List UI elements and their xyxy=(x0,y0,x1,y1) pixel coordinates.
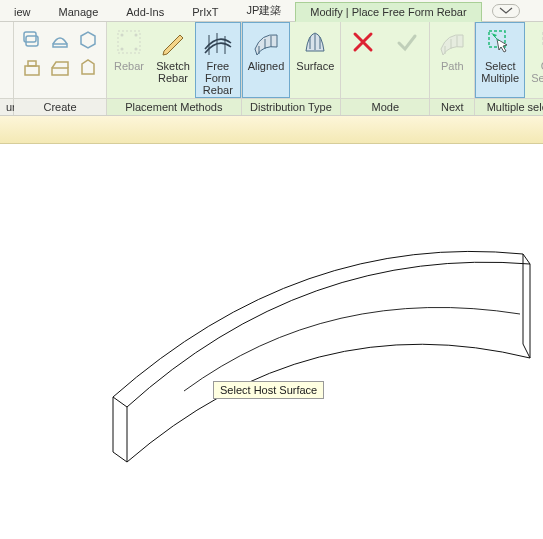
path-icon xyxy=(436,26,468,58)
svg-point-8 xyxy=(135,34,138,37)
aligned-icon xyxy=(250,26,282,58)
panel-placement-methods: Rebar Sketch Rebar Free Form Rebar Place… xyxy=(107,22,242,115)
rebar-label: Rebar xyxy=(114,60,144,72)
model-geometry xyxy=(0,144,543,539)
tab-manage[interactable]: Manage xyxy=(45,3,113,21)
rebar-icon xyxy=(113,26,145,58)
tab-view[interactable]: iew xyxy=(0,3,45,21)
select-multiple-button[interactable]: Select Multiple xyxy=(475,22,525,98)
svg-rect-4 xyxy=(28,61,36,66)
panel-partial-left: ure xyxy=(0,22,14,115)
free-form-rebar-label: Free Form Rebar xyxy=(201,60,235,96)
panel-title-partial: ure xyxy=(0,98,13,115)
model-canvas[interactable]: Select Host Surface xyxy=(0,144,543,539)
select-multiple-label: Select Multiple xyxy=(481,60,519,84)
panel-distribution-type: Aligned Surface Distribution Type xyxy=(242,22,342,115)
panel-title-placement: Placement Methods xyxy=(107,98,241,115)
tab-addins[interactable]: Add-Ins xyxy=(112,3,178,21)
create-tool-3[interactable] xyxy=(76,28,100,52)
aligned-label: Aligned xyxy=(248,60,285,72)
panel-next: Path Next xyxy=(430,22,475,115)
finish-button xyxy=(385,22,429,98)
select-multiple-icon xyxy=(484,26,516,58)
aligned-button[interactable]: Aligned xyxy=(242,22,291,98)
create-tool-4[interactable] xyxy=(20,56,44,80)
clear-selection-icon xyxy=(538,26,543,58)
svg-rect-2 xyxy=(53,44,67,47)
check-icon xyxy=(391,26,423,58)
svg-point-10 xyxy=(135,48,138,51)
panel-title-create: Create xyxy=(14,98,106,115)
create-tool-1[interactable] xyxy=(20,28,44,52)
panel-title-multiple: Multiple selection xyxy=(475,98,543,115)
tab-modify-place-free-form-rebar[interactable]: Modify | Place Free Form Rebar xyxy=(295,2,481,22)
create-tool-6[interactable] xyxy=(76,56,100,80)
ribbon-overflow-dropdown[interactable] xyxy=(492,4,520,18)
surface-icon xyxy=(299,26,331,58)
canvas-tooltip: Select Host Surface xyxy=(213,381,324,399)
create-tool-5[interactable] xyxy=(48,56,72,80)
clear-selection-button: Clear Selection xyxy=(525,22,543,98)
panel-mode: Mode xyxy=(341,22,430,115)
svg-rect-3 xyxy=(25,66,39,75)
clear-selection-label: Clear Selection xyxy=(531,60,543,84)
surface-button[interactable]: Surface xyxy=(290,22,340,98)
free-form-rebar-icon xyxy=(202,26,234,58)
chevron-down-icon xyxy=(499,7,513,15)
panel-create: Create xyxy=(14,22,107,115)
path-label: Path xyxy=(441,60,464,72)
panel-title-next: Next xyxy=(430,98,474,115)
create-tool-2[interactable] xyxy=(48,28,72,52)
panel-title-distribution: Distribution Type xyxy=(242,98,341,115)
create-small-icons xyxy=(14,22,106,98)
sketch-rebar-button[interactable]: Sketch Rebar xyxy=(151,22,195,98)
surface-label: Surface xyxy=(296,60,334,72)
panel-multiple-selection: Select Multiple Clear Selection Multiple… xyxy=(475,22,543,115)
ribbon: ure Create Rebar xyxy=(0,22,543,116)
svg-point-7 xyxy=(121,34,124,37)
options-bar xyxy=(0,116,543,144)
free-form-rebar-button[interactable]: Free Form Rebar xyxy=(195,22,241,98)
panel-title-mode: Mode xyxy=(341,98,429,115)
svg-rect-5 xyxy=(52,68,68,75)
cancel-button[interactable] xyxy=(341,22,385,98)
tab-prixt[interactable]: PrIxT xyxy=(178,3,232,21)
path-button: Path xyxy=(430,22,474,98)
pencil-icon xyxy=(157,26,189,58)
x-icon xyxy=(347,26,379,58)
sketch-rebar-label: Sketch Rebar xyxy=(156,60,190,84)
tab-jp[interactable]: JP建築 xyxy=(232,0,295,21)
ribbon-tabbar: iew Manage Add-Ins PrIxT JP建築 Modify | P… xyxy=(0,0,543,22)
rebar-button: Rebar xyxy=(107,22,151,98)
svg-point-9 xyxy=(121,48,124,51)
